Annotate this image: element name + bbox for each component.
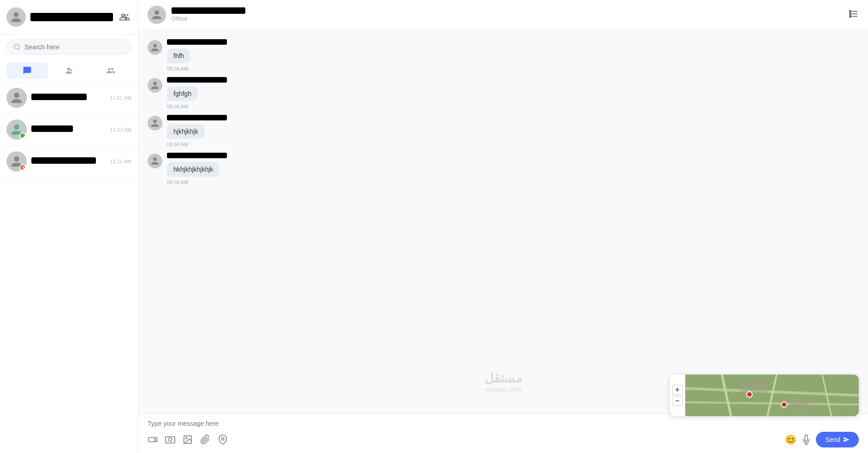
message-group: fghfgh 09:34 AM [148, 77, 859, 109]
tab-groups[interactable] [90, 62, 131, 79]
avatar: ✕ [6, 151, 27, 172]
svg-rect-17 [791, 398, 809, 409]
location-icon[interactable] [218, 435, 228, 445]
conversation-list: 11:51 AM 11:33 AM ✕ 11:21 AM [0, 82, 138, 453]
message-group: hjkhjkhjk 09:34 AM [148, 115, 859, 147]
chat-header-actions [849, 9, 859, 21]
message-time: 09:34 AM [167, 104, 227, 109]
message-bubble: hkhjkhjkhjkhjk [167, 162, 220, 177]
sidebar-tabs [0, 60, 138, 82]
list-item[interactable]: 11:33 AM [0, 114, 138, 146]
conv-name [31, 157, 96, 164]
avatar [148, 116, 162, 131]
message-bubble: fghfgh [167, 86, 198, 101]
message-row: hkhjkhjkhjkhjk 09:34 AM [148, 153, 859, 185]
msg-sender [167, 153, 227, 158]
message-input[interactable] [148, 420, 859, 427]
send-icon [843, 436, 850, 443]
send-button[interactable]: Send [816, 432, 859, 447]
conv-time: 11:51 AM [110, 95, 131, 101]
avatar [148, 154, 162, 168]
avatar [148, 40, 162, 55]
message-row: fhfh 09:34 AM [148, 39, 859, 72]
svg-rect-16 [740, 379, 767, 393]
chat-messages: fhfh 09:34 AM fghfgh 09:34 AM [138, 30, 868, 414]
chat-contact-avatar [148, 6, 166, 24]
message-row: hjkhjkhjk 09:34 AM [148, 115, 859, 147]
message-bubble: fhfh [167, 48, 190, 63]
conv-name [31, 125, 73, 132]
message-bubble: hjkhjkhjk [167, 124, 205, 139]
sidebar: 11:51 AM 11:33 AM ✕ 11:21 AM [0, 0, 138, 453]
svg-point-3 [14, 44, 19, 49]
svg-point-8 [850, 13, 851, 15]
conv-name [31, 94, 87, 100]
message-row: fghfgh 09:34 AM [148, 77, 859, 109]
svg-point-20 [168, 438, 172, 441]
video-call-icon[interactable] [148, 435, 158, 445]
msg-sender [167, 77, 227, 83]
chat-contact-name [172, 7, 245, 14]
conv-time: 11:33 AM [110, 127, 131, 132]
sidebar-header [0, 0, 138, 35]
map-pin [746, 391, 753, 398]
avatar [6, 119, 27, 140]
chat-main: Offline [138, 0, 868, 453]
map-preview: + − [670, 375, 859, 416]
avatar [148, 78, 162, 93]
gallery-icon[interactable] [183, 435, 193, 445]
user-avatar [6, 7, 26, 27]
chat-input-row [148, 420, 859, 427]
map-pin [781, 401, 787, 408]
message-group: fhfh 09:34 AM [148, 39, 859, 72]
list-item[interactable]: 11:51 AM [0, 82, 138, 114]
camera-icon[interactable] [165, 435, 175, 445]
map-image [685, 375, 859, 416]
message-time: 09:34 AM [167, 179, 227, 185]
attachment-icon[interactable] [200, 435, 210, 445]
emoji-button[interactable]: 😊 [785, 434, 797, 445]
svg-point-7 [850, 11, 851, 12]
chat-toolbar: 😊 Send [148, 432, 859, 447]
tab-contacts[interactable] [48, 62, 89, 79]
svg-point-22 [185, 437, 187, 439]
chat-contact-status: Offline [172, 16, 843, 22]
search-icon [13, 43, 21, 51]
svg-point-9 [850, 16, 851, 18]
svg-point-23 [221, 437, 224, 440]
tab-chats[interactable] [6, 62, 48, 79]
msg-sender [167, 115, 227, 120]
map-zoom-in-button[interactable]: + [672, 385, 683, 395]
svg-rect-18 [149, 437, 155, 441]
mic-button[interactable] [801, 435, 811, 445]
message-time: 09:34 AM [167, 142, 227, 147]
message-time: 09:34 AM [167, 66, 227, 72]
msg-sender [167, 39, 227, 45]
conv-time: 11:21 AM [110, 159, 131, 164]
map-zoom-out-button[interactable]: − [672, 396, 683, 406]
search-box[interactable] [6, 39, 131, 55]
message-group: hkhjkhjkhjkhjk 09:34 AM [148, 153, 859, 185]
chat-header: Offline [138, 0, 868, 30]
add-contact-button[interactable] [118, 10, 131, 24]
filter-icon[interactable] [849, 9, 859, 21]
search-input[interactable] [24, 43, 125, 51]
avatar [6, 88, 27, 108]
chat-input-area: 😊 Send [138, 414, 868, 453]
list-item[interactable]: ✕ 11:21 AM [0, 146, 138, 178]
sidebar-username [30, 13, 113, 21]
